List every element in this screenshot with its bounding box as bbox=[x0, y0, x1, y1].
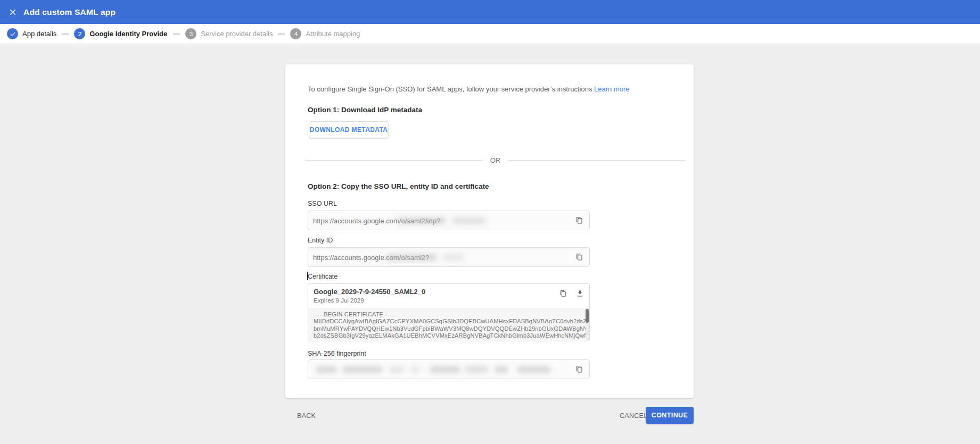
certificate-label: Certificate bbox=[308, 273, 337, 280]
redacted-text bbox=[452, 217, 486, 224]
or-label: OR bbox=[490, 156, 501, 164]
step-number-circle: 4 bbox=[290, 28, 301, 39]
back-button[interactable]: BACK bbox=[291, 407, 322, 424]
copy-certificate-button[interactable] bbox=[557, 288, 568, 299]
close-icon bbox=[8, 7, 18, 17]
step-service-provider-details[interactable]: 3 Service provider details bbox=[185, 28, 273, 39]
certificate-body[interactable]: -----BEGIN CERTIFICATE----- MIIDdDCCAlyg… bbox=[308, 308, 589, 341]
idp-details-card: To configure Single Sign-On (SSO) for SA… bbox=[285, 64, 694, 398]
option1-heading: Option 1: Download IdP metadata bbox=[308, 106, 422, 114]
copy-icon bbox=[575, 365, 583, 374]
sso-url-field[interactable]: https://accounts.google.com/o/saml2/idp? bbox=[308, 211, 590, 230]
redacted-text bbox=[430, 366, 460, 373]
download-metadata-button[interactable]: DOWNLOAD METADATA bbox=[309, 121, 389, 138]
sso-url-label: SSO URL bbox=[308, 200, 337, 207]
learn-more-link[interactable]: Learn more bbox=[594, 85, 629, 93]
app-bar: Add custom SAML app bbox=[0, 0, 980, 24]
redacted-text bbox=[386, 254, 437, 261]
redacted-text bbox=[342, 366, 383, 373]
download-icon bbox=[576, 290, 584, 298]
sha256-fingerprint-label: SHA-256 fingerprint bbox=[308, 350, 366, 357]
step-connector bbox=[62, 33, 69, 35]
step-connector bbox=[278, 33, 285, 35]
intro-sentence: To configure Single Sign-On (SSO) for SA… bbox=[308, 85, 592, 93]
certificate-expiry: Expires 9 Jul 2029 bbox=[314, 297, 364, 304]
step-label: Google Identity Provider details bbox=[89, 30, 168, 38]
step-google-idp-details[interactable]: 2 Google Identity Provider details bbox=[74, 28, 168, 39]
certificate-name: Google_2029-7-9-24550_SAML2_0 bbox=[314, 288, 425, 296]
step-label: App details bbox=[22, 30, 56, 38]
step-number-circle: 3 bbox=[185, 28, 196, 39]
download-certificate-button[interactable] bbox=[574, 288, 585, 299]
redacted-text bbox=[465, 366, 488, 373]
intro-text: To configure Single Sign-On (SSO) for SA… bbox=[308, 85, 630, 93]
step-app-details[interactable]: App details bbox=[7, 28, 56, 39]
redacted-text bbox=[389, 366, 404, 373]
redacted-text bbox=[316, 366, 337, 373]
divider-line bbox=[305, 160, 483, 161]
copy-entity-id-button[interactable] bbox=[574, 252, 584, 263]
step-attribute-mapping[interactable]: 4 Attribute mapping bbox=[290, 28, 360, 39]
sha256-fingerprint-field[interactable] bbox=[308, 359, 590, 379]
entity-id-label: Entity ID bbox=[308, 237, 333, 244]
redacted-text bbox=[397, 217, 446, 224]
redacted-text bbox=[410, 366, 420, 373]
redacted-text bbox=[517, 366, 551, 373]
step-connector bbox=[173, 33, 180, 35]
or-divider: OR bbox=[305, 156, 686, 164]
redacted-text bbox=[495, 366, 508, 373]
redacted-text bbox=[442, 254, 464, 261]
step-complete-circle bbox=[7, 28, 18, 39]
copy-sso-url-button[interactable] bbox=[574, 215, 584, 226]
step-label: Attribute mapping bbox=[306, 30, 360, 38]
entity-id-field[interactable]: https://accounts.google.com/o/saml2? bbox=[308, 247, 590, 267]
step-number-circle: 2 bbox=[74, 28, 85, 39]
divider-line bbox=[508, 160, 686, 161]
continue-button[interactable]: CONTINUE bbox=[646, 407, 694, 424]
close-button[interactable] bbox=[7, 7, 18, 18]
copy-icon bbox=[559, 290, 567, 298]
copy-icon bbox=[575, 253, 583, 262]
certificate-scrollbar-thumb[interactable] bbox=[586, 309, 589, 323]
step-label: Service provider details bbox=[201, 30, 273, 38]
certificate-card: Google_2029-7-9-24550_SAML2_0 Expires 9 … bbox=[308, 283, 590, 341]
copy-icon bbox=[575, 216, 583, 225]
copy-sha256-button[interactable] bbox=[574, 364, 584, 375]
dialog-title: Add custom SAML app bbox=[23, 7, 116, 17]
option2-heading: Option 2: Copy the SSO URL, entity ID an… bbox=[308, 182, 489, 190]
check-icon bbox=[10, 31, 16, 37]
wizard-stepper: App details 2 Google Identity Provider d… bbox=[0, 24, 980, 44]
